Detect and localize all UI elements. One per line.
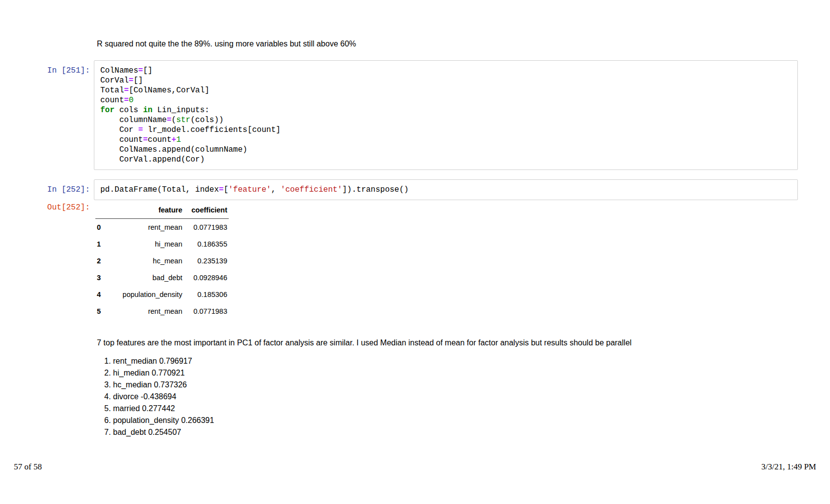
table-cell: 0.0928946: [184, 269, 229, 286]
code-cell-252: In [252]: pd.DataFrame(Total, index=['fe…: [42, 179, 798, 200]
page-number: 57 of 58: [14, 462, 42, 472]
table-cell: hi_mean: [112, 236, 184, 252]
table-cell: 1: [95, 236, 112, 252]
code-text-251: ColNames=[] CorVal=[] Total=[ColNames,Co…: [100, 66, 791, 165]
list-item: 4. divorce -0.438694: [104, 391, 214, 403]
list-item: 3. hc_median 0.737326: [104, 379, 214, 391]
table-cell: 0: [95, 219, 112, 236]
output-prompt-252: Out[252]:: [42, 202, 90, 212]
list-item: 2. hi_median 0.770921: [104, 367, 214, 379]
column-header-coefficient: coefficient: [184, 202, 229, 219]
dataframe-table-header: featurecoefficient: [95, 202, 229, 219]
table-cell: 2: [95, 252, 112, 269]
code-cell-251: In [251]: ColNames=[] CorVal=[] Total=[C…: [42, 60, 798, 170]
markdown-note-rsquared: R squared not quite the the 89%. using m…: [97, 39, 719, 49]
table-row: 5rent_mean0.0771983: [95, 303, 229, 320]
code-input-area-252: pd.DataFrame(Total, index=['feature', 'c…: [94, 179, 798, 200]
list-item: 1. rent_median 0.796917: [104, 355, 214, 367]
table-row: 1hi_mean0.186355: [95, 236, 229, 252]
output-area-252: featurecoefficient 0rent_mean0.07719831h…: [95, 202, 229, 320]
table-cell: hc_mean: [112, 252, 184, 269]
input-prompt-251: In [251]:: [42, 60, 90, 76]
list-item: 6. population_density 0.266391: [104, 415, 214, 426]
table-cell: bad_debt: [112, 269, 184, 286]
table-row: 4population_density0.185306: [95, 286, 229, 303]
list-item: 7. bad_debt 0.254507: [104, 426, 214, 438]
dataframe-table: featurecoefficient 0rent_mean0.07719831h…: [95, 202, 229, 320]
table-cell: 5: [95, 303, 112, 320]
feature-importance-list: 1. rent_median 0.7969172. hi_median 0.77…: [104, 355, 214, 438]
column-header-feature: feature: [112, 202, 184, 219]
table-cell: 0.0771983: [184, 303, 229, 320]
markdown-note-features: 7 top features are the most important in…: [97, 337, 719, 348]
table-cell: rent_mean: [112, 219, 184, 236]
column-header-index: [95, 202, 112, 219]
table-cell: 0.0771983: [184, 219, 229, 236]
output-cell-252: Out[252]: featurecoefficient 0rent_mean0…: [42, 202, 229, 320]
code-text-252: pd.DataFrame(Total, index=['feature', 'c…: [100, 185, 791, 195]
print-timestamp: 3/3/21, 1:49 PM: [761, 462, 816, 472]
table-cell: 0.185306: [184, 286, 229, 303]
table-cell: 0.235139: [184, 252, 229, 269]
table-cell: 4: [95, 286, 112, 303]
table-cell: 0.186355: [184, 236, 229, 252]
table-cell: rent_mean: [112, 303, 184, 320]
notebook-page: R squared not quite the the 89%. using m…: [0, 0, 830, 504]
table-row: 2hc_mean0.235139: [95, 252, 229, 269]
list-item: 5. married 0.277442: [104, 403, 214, 415]
code-input-area-251: ColNames=[] CorVal=[] Total=[ColNames,Co…: [94, 60, 798, 170]
input-prompt-252: In [252]:: [42, 179, 90, 195]
table-cell: population_density: [112, 286, 184, 303]
table-cell: 3: [95, 269, 112, 286]
table-row: 3bad_debt0.0928946: [95, 269, 229, 286]
table-row: 0rent_mean0.0771983: [95, 219, 229, 236]
